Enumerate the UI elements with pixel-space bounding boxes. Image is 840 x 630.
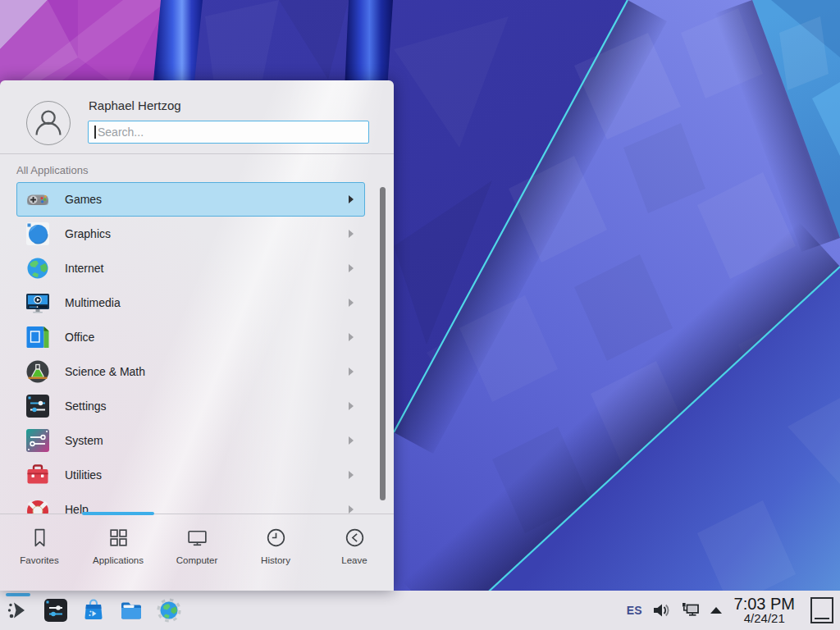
tab-label: Favorites xyxy=(20,555,58,565)
category-label: Office xyxy=(65,331,94,344)
keyboard-layout-indicator[interactable]: ES xyxy=(627,604,642,617)
search-input[interactable] xyxy=(88,121,369,144)
search-field-wrap xyxy=(88,121,369,144)
clock-time: 7:03 PM xyxy=(734,596,795,612)
list-scrollbar[interactable] xyxy=(380,187,386,500)
submenu-arrow-icon xyxy=(349,333,354,341)
clock-icon xyxy=(264,526,288,550)
kde-launcher-icon xyxy=(5,597,31,623)
submenu-arrow-icon xyxy=(349,230,354,238)
submenu-arrow-icon xyxy=(349,436,354,445)
digital-clock[interactable]: 7:03 PM 4/24/21 xyxy=(734,596,795,625)
category-help[interactable]: Help xyxy=(16,492,365,514)
globe-icon xyxy=(25,255,51,281)
tray-expander-icon[interactable] xyxy=(710,607,722,614)
user-name: Raphael Hertzog xyxy=(89,98,181,112)
flask-icon xyxy=(25,358,51,385)
clock-date: 4/24/21 xyxy=(734,612,795,625)
submenu-arrow-icon xyxy=(349,505,354,514)
category-label: Graphics xyxy=(65,227,111,240)
leave-icon xyxy=(343,526,367,550)
volume-icon[interactable] xyxy=(651,601,671,619)
category-label: System xyxy=(65,434,103,447)
category-label: Internet xyxy=(65,262,103,275)
application-launcher-popup: Raphael Hertzog All Applications xyxy=(0,80,394,591)
category-label: Science & Math xyxy=(65,365,145,378)
app-grid-icon xyxy=(107,526,130,550)
file-manager-button[interactable] xyxy=(118,597,144,623)
tab-label: Leave xyxy=(341,555,367,565)
active-tab-indicator xyxy=(82,512,154,515)
tab-leave[interactable]: Leave xyxy=(315,514,394,591)
bookmark-icon xyxy=(28,526,52,550)
submenu-arrow-icon xyxy=(349,402,354,410)
document-icon xyxy=(25,324,51,350)
discover-bag-icon xyxy=(80,597,107,623)
web-browser-button[interactable] xyxy=(156,597,182,623)
tab-computer[interactable]: Computer xyxy=(158,514,236,591)
system-sliders-icon xyxy=(25,427,51,454)
submenu-arrow-icon xyxy=(349,471,354,479)
launcher-tabbar: Favorites Applications Computer xyxy=(0,514,394,591)
application-launcher-button[interactable] xyxy=(5,597,31,623)
category-label: Utilities xyxy=(65,468,102,482)
tab-favorites[interactable]: Favorites xyxy=(0,514,79,591)
category-label: Games xyxy=(65,193,102,206)
category-games[interactable]: Games xyxy=(16,182,365,217)
monitor-icon xyxy=(185,526,209,550)
category-list: Games Graphics xyxy=(0,182,394,514)
system-tray: ES 7:03 PM 4/24/21 xyxy=(627,596,833,625)
submenu-arrow-icon xyxy=(349,195,354,203)
category-utilities[interactable]: Utilities xyxy=(16,458,365,492)
submenu-arrow-icon xyxy=(349,368,354,376)
category-label: Settings xyxy=(65,399,107,413)
tab-history[interactable]: History xyxy=(236,514,315,591)
tab-label: History xyxy=(261,555,290,565)
category-office[interactable]: Office xyxy=(16,320,365,354)
lifebuoy-icon xyxy=(25,496,51,514)
category-graphics[interactable]: Graphics xyxy=(16,217,365,251)
system-settings-button[interactable] xyxy=(43,597,69,623)
category-internet[interactable]: Internet xyxy=(16,251,365,285)
network-icon[interactable] xyxy=(680,600,701,620)
paint-sphere-icon xyxy=(25,221,51,247)
section-label: All Applications xyxy=(16,164,88,176)
discover-button[interactable] xyxy=(80,597,107,623)
text-caret xyxy=(94,126,96,139)
launcher-header: Raphael Hertzog xyxy=(0,80,394,154)
sliders-icon xyxy=(25,393,51,419)
tab-label: Applications xyxy=(93,555,144,565)
taskbar-panel: ES 7:03 PM 4/24/21 xyxy=(0,591,840,630)
browser-globe-icon xyxy=(156,597,182,623)
folder-icon xyxy=(118,597,144,623)
show-desktop-button[interactable] xyxy=(810,597,833,623)
gamepad-icon xyxy=(25,186,51,212)
category-label: Multimedia xyxy=(65,296,121,309)
category-science-math[interactable]: Science & Math xyxy=(16,354,365,389)
tab-applications[interactable]: Applications xyxy=(79,514,158,591)
desktop: Raphael Hertzog All Applications xyxy=(0,0,840,630)
category-system[interactable]: System xyxy=(16,423,365,458)
toolbox-icon xyxy=(25,462,51,488)
pinned-apps xyxy=(5,597,182,623)
active-task-indicator xyxy=(6,593,30,596)
media-player-icon xyxy=(25,290,51,316)
category-settings[interactable]: Settings xyxy=(16,389,365,423)
category-multimedia[interactable]: Multimedia xyxy=(16,285,365,320)
system-settings-icon xyxy=(43,597,69,623)
submenu-arrow-icon xyxy=(349,299,354,307)
submenu-arrow-icon xyxy=(349,264,354,272)
tab-label: Computer xyxy=(176,555,218,565)
user-avatar[interactable] xyxy=(26,101,71,145)
